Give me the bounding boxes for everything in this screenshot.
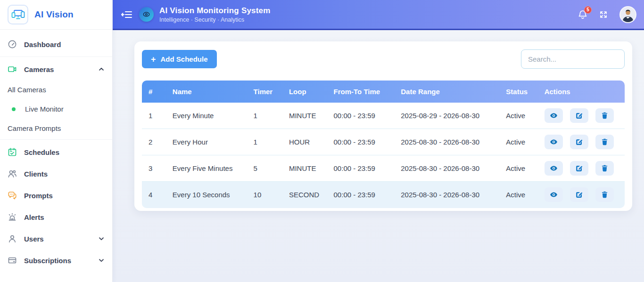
cell-actions <box>539 182 625 208</box>
sidebar-item-all-cameras[interactable]: All Cameras <box>8 80 105 99</box>
sidebar-item-label: Subscriptions <box>24 257 71 265</box>
sidebar-item-camera-prompts[interactable]: Camera Prompts <box>8 119 105 138</box>
column-header-actions: Actions <box>539 81 625 103</box>
cell-loop: HOUR <box>283 129 328 155</box>
sidebar-item-label: Cameras <box>24 65 54 73</box>
table-body: 1 Every Minute 1 MINUTE 00:00 - 23:59 20… <box>142 103 625 208</box>
table-row: 2 Every Hour 1 HOUR 00:00 - 23:59 2025-0… <box>142 129 625 155</box>
sidebar-item-prompts[interactable]: Prompts <box>8 185 105 206</box>
page-subtitle: Intelligence · Security · Analytics <box>159 16 271 23</box>
view-button[interactable] <box>545 108 563 123</box>
submenu-label: All Cameras <box>8 86 46 94</box>
sidebar-item-label: Clients <box>24 170 48 178</box>
column-header-fromto: From-To Time <box>328 81 396 103</box>
cell-name: Every 10 Seconds <box>167 182 248 208</box>
notification-count-badge: 5 <box>584 6 592 14</box>
view-button[interactable] <box>545 187 563 202</box>
eye-icon <box>550 191 558 199</box>
cell-loop: SECOND <box>283 182 328 208</box>
sidebar-item-cameras[interactable]: Cameras <box>8 58 105 80</box>
cell-status: Active <box>500 129 538 155</box>
search-input[interactable] <box>521 49 625 69</box>
column-header-loop: Loop <box>283 81 328 103</box>
cell-fromto: 00:00 - 23:59 <box>328 155 396 182</box>
cell-num: 4 <box>142 182 167 208</box>
delete-button[interactable] <box>595 187 614 202</box>
add-schedule-label: Add Schedule <box>161 55 208 63</box>
chevron-up-icon <box>98 66 105 73</box>
add-schedule-button[interactable]: + Add Schedule <box>142 50 217 68</box>
cell-num: 2 <box>142 129 167 155</box>
edit-pencil-icon <box>575 164 583 172</box>
cell-num: 3 <box>142 155 167 182</box>
cell-num: 1 <box>142 103 167 129</box>
page-title: AI Vision Monitoring System <box>159 6 271 16</box>
edit-button[interactable] <box>570 187 588 202</box>
cell-status: Active <box>500 182 538 208</box>
cell-daterange: 2025-08-30 - 2026-08-30 <box>395 182 500 208</box>
plus-icon: + <box>151 56 156 63</box>
top-header-bar: AI Vision Monitoring System Intelligence… <box>113 0 644 30</box>
submenu-label: Camera Prompts <box>8 124 61 132</box>
trash-icon <box>601 191 609 199</box>
eye-icon <box>550 164 558 172</box>
sidebar-item-label: Dashboard <box>24 40 61 48</box>
live-status-dot-icon <box>12 107 16 111</box>
clients-icon <box>8 169 17 178</box>
cell-timer: 1 <box>248 103 283 129</box>
cell-fromto: 00:00 - 23:59 <box>328 182 396 208</box>
notifications-bell-icon[interactable]: 5 <box>575 7 590 22</box>
sidebar-item-alerts[interactable]: Alerts <box>8 206 105 228</box>
table-row: 1 Every Minute 1 MINUTE 00:00 - 23:59 20… <box>142 103 625 129</box>
table-row: 3 Every Five Minutes 5 MINUTE 00:00 - 23… <box>142 155 625 182</box>
sidebar-item-schedules[interactable]: Schedules <box>8 141 105 163</box>
sidebar-item-users[interactable]: Users <box>8 228 105 250</box>
cell-timer: 10 <box>248 182 283 208</box>
sidebar-item-clients[interactable]: Clients <box>8 163 105 185</box>
gauge-icon <box>8 40 17 49</box>
sidebar-item-dashboard[interactable]: Dashboard <box>8 33 105 55</box>
cell-actions <box>539 129 625 155</box>
chat-bubbles-icon <box>8 191 17 200</box>
sidebar-item-label: Users <box>24 235 44 243</box>
cell-daterange: 2025-08-29 - 2026-08-30 <box>395 103 500 129</box>
fullscreen-icon[interactable] <box>596 7 611 22</box>
view-button[interactable] <box>545 161 563 176</box>
sidebar-item-label: Alerts <box>24 213 44 221</box>
cell-actions <box>539 155 625 182</box>
trash-icon <box>601 164 609 172</box>
user-avatar[interactable] <box>619 6 636 23</box>
delete-button[interactable] <box>595 161 614 176</box>
brand: AI Vision <box>0 0 112 30</box>
edit-button[interactable] <box>570 135 588 149</box>
cell-fromto: 00:00 - 23:59 <box>328 103 396 129</box>
alarm-icon <box>8 212 17 222</box>
app-logo-devices-icon <box>8 5 28 24</box>
user-icon <box>8 234 17 243</box>
table-row: 4 Every 10 Seconds 10 SECOND 00:00 - 23:… <box>142 182 625 208</box>
edit-pencil-icon <box>575 112 583 120</box>
delete-button[interactable] <box>595 135 614 149</box>
trash-icon <box>601 138 609 146</box>
sidebar-nav: Dashboard Cameras All Cameras Live Monit… <box>0 30 112 271</box>
edit-pencil-icon <box>575 191 583 199</box>
sidebar-item-label: Schedules <box>24 148 59 156</box>
sidebar-item-label: Prompts <box>24 192 53 200</box>
sidebar-divider <box>0 139 112 140</box>
delete-button[interactable] <box>595 108 614 123</box>
column-header-num: # <box>142 81 167 103</box>
sidebar-item-live-monitor[interactable]: Live Monitor <box>8 99 105 119</box>
edit-button[interactable] <box>570 108 588 123</box>
cell-status: Active <box>500 103 538 129</box>
header-titles: AI Vision Monitoring System Intelligence… <box>159 6 271 23</box>
schedules-card: + Add Schedule # Name Timer Loop From <box>134 41 632 211</box>
sidebar-item-subscriptions[interactable]: Subscriptions <box>8 250 105 271</box>
schedules-table: # Name Timer Loop From-To Time Date Rang… <box>142 81 625 208</box>
eye-logo-icon <box>139 7 154 22</box>
sidebar: AI Vision Dashboard Cameras All Cameras <box>0 0 113 282</box>
view-button[interactable] <box>545 135 563 149</box>
sidebar-toggle-icon[interactable] <box>120 8 133 21</box>
cell-timer: 5 <box>248 155 283 182</box>
edit-button[interactable] <box>570 161 588 176</box>
chevron-down-icon <box>98 257 105 264</box>
